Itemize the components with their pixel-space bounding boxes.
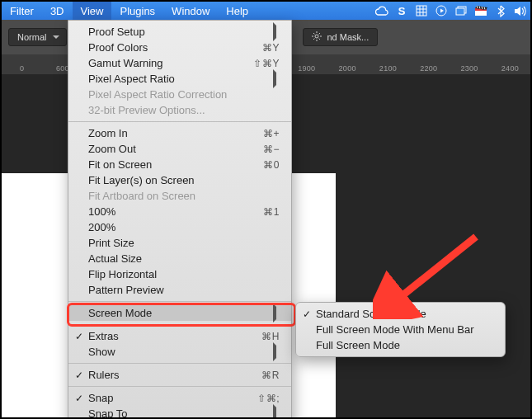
chevron-right-icon [268, 73, 280, 85]
menu-item-proof-colors[interactable]: Proof Colors⌘Y [68, 40, 291, 55]
menu-item-label: Fit Artboard on Screen [88, 190, 280, 202]
menu-item-gamut-warning[interactable]: Gamut Warning⇧⌘Y [68, 55, 291, 71]
menu-item-extras[interactable]: ✓Extras⌘H [68, 328, 291, 344]
submenu-item-label: Full Screen Mode With Menu Bar [316, 323, 473, 336]
menu-item-pixel-aspect-ratio-correction: Pixel Aspect Ratio Correction [68, 87, 291, 102]
menu-item-label: Pattern Preview [88, 284, 280, 296]
chevron-right-icon [268, 307, 280, 319]
ruler-tick: 2200 [408, 64, 449, 73]
menu-item-shortcut: ⌘+ [263, 128, 280, 139]
menu-item-shortcut: ⇧⌘Y [253, 58, 280, 69]
menu-item-label: Proof Setup [88, 26, 268, 38]
menu-item-label: Show [88, 346, 268, 358]
menu-item-label: Proof Colors [88, 41, 262, 54]
submenu-item-full-screen-mode[interactable]: Full Screen Mode [296, 337, 505, 353]
letter-s-icon[interactable]: S [392, 5, 412, 17]
menu-item-flip-horizontal[interactable]: Flip Horizontal [68, 266, 291, 282]
ruler-tick: 2400 [490, 64, 530, 73]
menubar-item-3d[interactable]: 3D [42, 2, 73, 20]
clapper-icon[interactable] [471, 5, 491, 16]
submenu-item-standard-screen-mode[interactable]: ✓Standard Screen Mode [296, 306, 505, 322]
cloud-icon[interactable] [372, 6, 392, 16]
chevron-right-icon [268, 346, 280, 358]
menu-item-label: Zoom Out [88, 143, 263, 155]
menu-item-label: 100% [88, 205, 263, 218]
checkmark-icon: ✓ [75, 393, 83, 404]
play-circle-icon[interactable] [431, 5, 451, 16]
menu-item-label: Zoom In [88, 127, 263, 139]
menu-item-shortcut: ⇧⌘; [257, 393, 280, 404]
menu-item-label: Flip Horizontal [88, 268, 280, 280]
view-menu: Proof SetupProof Colors⌘YGamut Warning⇧⌘… [68, 20, 292, 419]
screen-mode-submenu: ✓Standard Screen ModeFull Screen Mode Wi… [295, 302, 506, 357]
checkmark-icon: ✓ [75, 370, 83, 381]
menu-item-show[interactable]: Show [68, 344, 291, 360]
menu-item-fit-on-screen[interactable]: Fit on Screen⌘0 [68, 157, 291, 172]
menu-item-label: 32-bit Preview Options... [88, 104, 280, 116]
menu-item-fit-layer-s-on-screen[interactable]: Fit Layer(s) on Screen [68, 172, 291, 188]
menu-item-100[interactable]: 100%⌘1 [68, 204, 291, 219]
ruler-tick: 1900 [286, 64, 327, 73]
ruler-tick: 0 [2, 64, 42, 73]
menu-item-shortcut: ⌘− [263, 144, 280, 155]
menu-item-label: Snap [88, 392, 257, 404]
gear-icon [312, 31, 322, 43]
menu-item-label: Print Size [88, 237, 280, 249]
menu-item-label: Pixel Aspect Ratio [88, 73, 268, 85]
svg-rect-3 [456, 8, 464, 15]
menu-item-screen-mode[interactable]: Screen Mode [68, 305, 291, 321]
svg-point-6 [315, 35, 318, 38]
ruler-tick: 2300 [449, 64, 489, 73]
volume-icon[interactable] [511, 6, 530, 16]
bluetooth-icon[interactable] [491, 5, 511, 17]
menu-item-actual-size[interactable]: Actual Size [68, 251, 291, 266]
menubar-item-view[interactable]: View [73, 2, 112, 20]
menu-item-label: Extras [88, 330, 261, 342]
ruler-tick: 2000 [327, 64, 367, 73]
ruler-tick: 2100 [368, 64, 408, 73]
menu-item-label: Fit Layer(s) on Screen [88, 174, 280, 186]
menu-item-print-size[interactable]: Print Size [68, 235, 291, 251]
menu-item-pixel-aspect-ratio[interactable]: Pixel Aspect Ratio [68, 71, 291, 87]
menu-item-shortcut: ⌘1 [263, 206, 280, 218]
menu-item-label: Screen Mode [88, 307, 268, 319]
mac-menubar: Filter 3D View Plugins Window Help S [2, 2, 530, 20]
menu-item-shortcut: ⌘0 [263, 159, 280, 171]
svg-rect-0 [417, 6, 426, 16]
menu-item-fit-artboard-on-screen: Fit Artboard on Screen [68, 188, 291, 204]
menu-item-rulers[interactable]: ✓Rulers⌘R [68, 367, 291, 383]
menu-item-label: 200% [88, 221, 280, 233]
chevron-right-icon [268, 407, 280, 419]
blend-mode-dropdown[interactable]: Normal [8, 28, 67, 46]
menu-item-proof-setup[interactable]: Proof Setup [68, 24, 291, 40]
menu-item-snap[interactable]: ✓Snap⇧⌘; [68, 390, 291, 406]
menu-item-label: Actual Size [88, 252, 280, 265]
menu-item-shortcut: ⌘H [261, 331, 280, 342]
menu-item-label: Gamut Warning [88, 57, 253, 69]
grid-icon[interactable] [412, 5, 431, 16]
submenu-item-label: Standard Screen Mode [316, 308, 426, 320]
menubar-item-help[interactable]: Help [218, 2, 257, 20]
mask-button-label: nd Mask... [327, 32, 369, 42]
blend-mode-label: Normal [17, 32, 46, 42]
submenu-item-full-screen-mode-with-menu-bar[interactable]: Full Screen Mode With Menu Bar [296, 322, 505, 337]
menu-item-label: Pixel Aspect Ratio Correction [88, 88, 280, 101]
menubar-item-filter[interactable]: Filter [2, 2, 42, 20]
menubar-item-window[interactable]: Window [163, 2, 218, 20]
menu-item-zoom-in[interactable]: Zoom In⌘+ [68, 125, 291, 141]
menu-item-32-bit-preview-options: 32-bit Preview Options... [68, 102, 291, 118]
menu-item-shortcut: ⌘Y [262, 42, 280, 54]
menubar-item-plugins[interactable]: Plugins [111, 2, 163, 20]
select-and-mask-button[interactable]: nd Mask... [303, 28, 378, 46]
menu-item-label: Rulers [88, 369, 261, 381]
submenu-item-label: Full Screen Mode [316, 339, 400, 351]
menu-item-label: Snap To [88, 407, 268, 419]
windows-icon[interactable] [451, 6, 471, 16]
menu-item-pattern-preview[interactable]: Pattern Preview [68, 282, 291, 298]
menu-item-200[interactable]: 200% [68, 219, 291, 235]
menu-item-shortcut: ⌘R [261, 370, 280, 381]
menu-item-zoom-out[interactable]: Zoom Out⌘− [68, 141, 291, 157]
checkmark-icon: ✓ [303, 308, 311, 320]
menu-item-snap-to[interactable]: Snap To [68, 406, 291, 419]
checkmark-icon: ✓ [75, 331, 83, 342]
